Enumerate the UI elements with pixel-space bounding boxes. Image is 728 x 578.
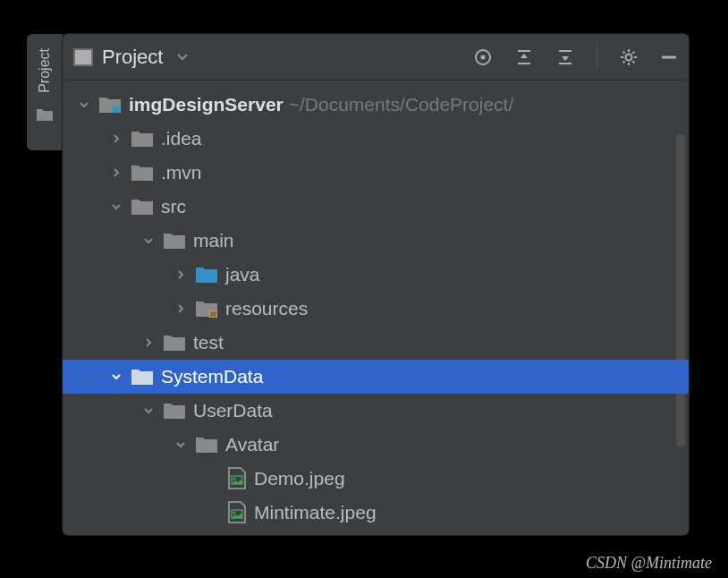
tree-item-label: Avatar	[225, 434, 279, 455]
tree-item[interactable]: resources	[63, 292, 689, 326]
image-icon	[227, 467, 247, 490]
tree-item-label: Demo.jpeg	[254, 468, 345, 489]
tree-item[interactable]: SystemData	[63, 360, 689, 394]
chevron-down-icon[interactable]	[143, 235, 161, 246]
image-icon	[227, 501, 247, 524]
tree-item[interactable]: main	[63, 224, 689, 258]
tree-item[interactable]: imgDesignServer~/Documents/CodeProject/	[63, 88, 689, 122]
collapse-all-icon[interactable]	[555, 47, 575, 67]
tree-item-label: .idea	[161, 128, 202, 149]
tree-item-path: ~/Documents/CodeProject/	[289, 94, 514, 115]
tree-item[interactable]: Mintimate.jpeg	[63, 496, 689, 530]
folder-icon	[131, 163, 154, 183]
project-view-icon	[73, 48, 93, 66]
tree-item-label: main	[193, 230, 234, 251]
res-folder-icon	[195, 299, 218, 319]
svg-rect-3	[113, 106, 120, 113]
folder-icon	[163, 231, 186, 251]
tree-item-label: Mintimate.jpeg	[254, 502, 377, 523]
tree-item-label: resources	[225, 298, 308, 319]
chevron-right-icon[interactable]	[111, 167, 129, 178]
select-opened-file-icon[interactable]	[473, 47, 493, 67]
chevron-down-icon[interactable]	[175, 439, 193, 450]
tree-item[interactable]: .idea	[63, 122, 689, 156]
folder-icon	[131, 129, 154, 149]
tree-item-label: test	[193, 332, 224, 353]
module-icon	[98, 95, 122, 115]
tree-item[interactable]: java	[63, 258, 689, 292]
chevron-down-icon[interactable]	[111, 201, 129, 212]
expand-all-icon[interactable]	[514, 47, 534, 67]
tree-item-label: src	[161, 196, 186, 217]
svg-point-1	[481, 55, 486, 59]
svg-point-6	[233, 478, 236, 480]
chevron-right-icon[interactable]	[111, 133, 129, 144]
tree-item[interactable]: Avatar	[63, 428, 689, 462]
separator	[597, 46, 597, 69]
tree-item-label: .mvn	[161, 162, 202, 183]
tree-item[interactable]: Demo.jpeg	[63, 462, 689, 496]
project-tool-window: Project imgDesignServer~/D	[63, 34, 689, 535]
folder-icon	[36, 107, 54, 122]
gear-icon[interactable]	[619, 47, 639, 67]
folder-icon	[131, 367, 154, 387]
tree-item-label: java	[225, 264, 260, 285]
folder-icon	[195, 435, 218, 455]
tree-item[interactable]: src	[63, 190, 689, 224]
watermark: CSDN @Mintimate	[586, 554, 712, 573]
view-title[interactable]: Project	[102, 46, 163, 69]
chevron-down-icon[interactable]	[111, 371, 129, 382]
folder-icon	[131, 197, 154, 217]
chevron-right-icon[interactable]	[175, 269, 193, 280]
chevron-down-icon[interactable]	[143, 405, 161, 416]
dropdown-icon[interactable]	[177, 54, 188, 61]
chevron-right-icon[interactable]	[143, 337, 161, 348]
tool-window-label: Project	[37, 43, 53, 98]
chevron-down-icon[interactable]	[79, 99, 97, 110]
toolbar: Project	[63, 34, 689, 81]
tree-item[interactable]: .mvn	[63, 156, 689, 190]
svg-point-2	[626, 54, 632, 60]
tree-item-label: imgDesignServer	[129, 94, 284, 115]
tool-window-tab[interactable]: Project	[27, 34, 63, 150]
folder-icon	[163, 333, 186, 353]
tree-item-label: SystemData	[161, 366, 263, 387]
project-tree[interactable]: imgDesignServer~/Documents/CodeProject/.…	[63, 81, 689, 535]
tree-item[interactable]: UserData	[63, 394, 689, 428]
src-folder-icon	[195, 265, 218, 285]
hide-icon[interactable]	[660, 48, 678, 66]
folder-icon	[163, 401, 186, 421]
tree-item-label: UserData	[193, 400, 273, 421]
chevron-right-icon[interactable]	[175, 303, 193, 314]
svg-point-8	[233, 512, 236, 514]
tree-item[interactable]: test	[63, 326, 689, 360]
